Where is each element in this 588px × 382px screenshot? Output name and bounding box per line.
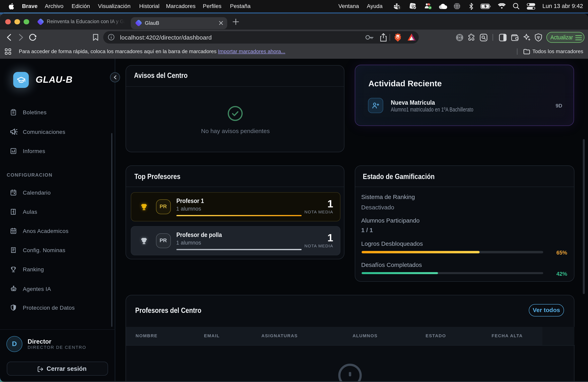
svg-text:T: T (428, 3, 429, 5)
